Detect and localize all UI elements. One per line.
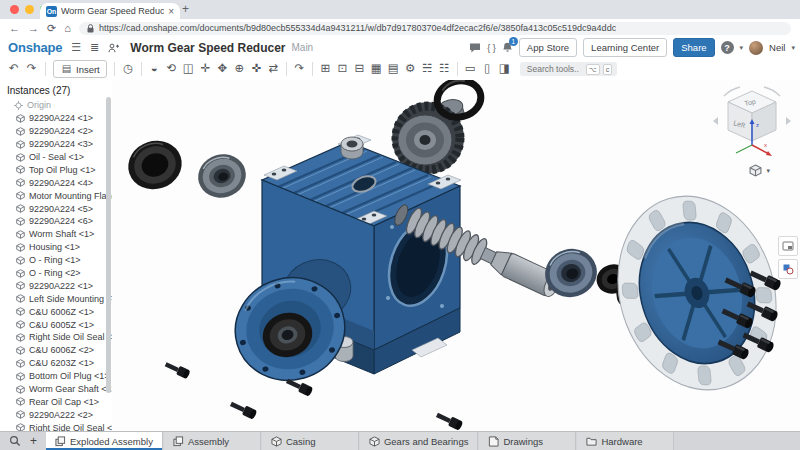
instance-row[interactable]: Oil - Seal <1>: [0, 151, 112, 164]
instance-row[interactable]: 92290A222 <1>: [0, 279, 112, 292]
interference-icon[interactable]: ⚙: [404, 63, 417, 75]
insert-button[interactable]: ▤ Insert: [53, 60, 107, 78]
help-icon[interactable]: ?: [721, 41, 734, 54]
forward-icon[interactable]: →: [28, 23, 39, 34]
tab-manager-icon[interactable]: [9, 435, 21, 447]
display-states-icon[interactable]: ⊟: [353, 63, 366, 75]
document-title[interactable]: Worm Gear Speed Reducer: [130, 41, 285, 55]
help-caret-icon[interactable]: ▾: [740, 44, 744, 52]
feature-script-icon[interactable]: { }: [487, 43, 496, 53]
new-tab-button[interactable]: +: [182, 2, 189, 16]
close-window-button[interactable]: [10, 5, 19, 14]
instance-row[interactable]: 92290A224 <2>: [0, 125, 112, 138]
planar-mate-icon[interactable]: ✛: [199, 63, 212, 75]
fastened-mate-icon[interactable]: ◒: [148, 63, 161, 75]
part-oil-seal-left[interactable]: [122, 134, 188, 196]
instances-scrollbar[interactable]: [106, 97, 111, 393]
ball-mate-icon[interactable]: ✜: [250, 63, 263, 75]
tab-hardware[interactable]: Hardware: [577, 432, 674, 450]
instance-row[interactable]: 92290A224 <4>: [0, 176, 112, 189]
instance-row[interactable]: 92290A224 <3>: [0, 138, 112, 151]
tab-gears-and-bearings[interactable]: Gears and Bearings: [360, 432, 479, 450]
tab-exploded-assembly[interactable]: Exploded Assembly: [46, 432, 163, 450]
named-positions-icon[interactable]: ⊡: [336, 63, 349, 75]
view-options-button[interactable]: ▾: [749, 164, 770, 177]
cylindrical-mate-icon[interactable]: ✥: [216, 63, 229, 75]
instance-row[interactable]: 92290A224 <6>: [0, 215, 112, 228]
part-bearing-left[interactable]: [193, 149, 251, 204]
exploded-assembly-view[interactable]: [112, 80, 800, 432]
main-menu-icon[interactable]: ☰: [71, 42, 81, 53]
export-icon[interactable]: ▯: [481, 63, 494, 75]
minimize-window-button[interactable]: [25, 5, 34, 14]
comment-icon[interactable]: [469, 42, 481, 53]
learning-center-button[interactable]: Learning Center: [583, 38, 667, 57]
instance-row[interactable]: Top Oil Plug <1>: [0, 163, 112, 176]
mate-connector-icon[interactable]: ◷: [122, 63, 135, 75]
user-caret-icon[interactable]: ▾: [791, 44, 795, 52]
parallel-mate-icon[interactable]: ⇄: [267, 63, 280, 75]
instance-row[interactable]: O - Ring <1>: [0, 254, 112, 267]
workspace-name[interactable]: Main: [292, 42, 314, 53]
back-icon[interactable]: ←: [9, 23, 20, 34]
spring-icon[interactable]: ☵: [421, 63, 434, 75]
instance-row[interactable]: C&U 6005Z <1>: [0, 318, 112, 331]
graphics-area[interactable]: Top Left z x ▾: [112, 80, 800, 432]
appearance-icon[interactable]: ▤: [387, 63, 400, 75]
instance-row[interactable]: 92290A222 <2>: [0, 408, 112, 421]
share-button[interactable]: Share: [673, 38, 714, 57]
undo-icon[interactable]: ↶: [7, 63, 20, 75]
search-tools[interactable]: ⌥ c: [520, 62, 618, 76]
tab-close-icon[interactable]: ×: [168, 6, 174, 17]
instance-row[interactable]: Bottom Oil Plug <1>: [0, 370, 112, 383]
part-top-oil-plug[interactable]: [341, 137, 363, 159]
slider-mate-icon[interactable]: ◫: [182, 63, 195, 75]
instance-row[interactable]: C&U 6006Z <1>: [0, 305, 112, 318]
instance-row[interactable]: Motor Mounting Flang...: [0, 189, 112, 202]
follow-mode-icon[interactable]: [108, 43, 119, 53]
snap-mode-icon[interactable]: ↷: [293, 63, 306, 75]
compare-icon[interactable]: ◨: [498, 63, 511, 75]
part-instance-icon: [16, 397, 25, 406]
instance-row[interactable]: Housing <1>: [0, 241, 112, 254]
address-bar[interactable]: https://cad.onshape.com/documents/b9d80e…: [79, 22, 791, 35]
instance-row[interactable]: Worm Shaft <1>: [0, 228, 112, 241]
instance-row[interactable]: C&U 6006Z <2>: [0, 344, 112, 357]
tab-drawings[interactable]: Drawings: [479, 432, 576, 450]
instance-label: Top Oil Plug <1>: [29, 165, 96, 175]
instance-label: 92290A222 <1>: [29, 281, 93, 291]
instance-row[interactable]: Worm Gear Shaft <1>: [0, 383, 112, 396]
instance-row[interactable]: Rear Oil Cap <1>: [0, 395, 112, 408]
pin-slot-mate-icon[interactable]: ⊕: [233, 63, 246, 75]
notifications-bell-icon[interactable]: 1: [502, 42, 513, 53]
drawing-tool-icon[interactable]: ▭: [464, 63, 477, 75]
configuration-panel-icon[interactable]: [778, 259, 798, 279]
instance-row[interactable]: Left Side Mounting Fla...: [0, 292, 112, 305]
redo-icon[interactable]: ↷: [25, 63, 38, 75]
bom-table-icon[interactable]: ▦: [370, 63, 383, 75]
panel-toggle-icon[interactable]: [778, 236, 798, 256]
structure-icon[interactable]: ☷: [438, 63, 451, 75]
revolute-mate-icon[interactable]: ⟲: [165, 63, 178, 75]
versions-history-icon[interactable]: ≣: [90, 42, 99, 53]
rotate-right-arrow[interactable]: [786, 117, 791, 125]
app-store-button[interactable]: App Store: [519, 38, 577, 57]
tab-casing[interactable]: Casing: [262, 432, 359, 450]
home-icon[interactable]: ⌂: [64, 23, 71, 34]
instance-row[interactable]: C&U 6203Z <1>: [0, 357, 112, 370]
add-tab-icon[interactable]: +: [30, 435, 37, 447]
rotate-left-arrow[interactable]: [713, 117, 718, 125]
part-rear-oil-cap[interactable]: [595, 176, 800, 410]
refresh-icon[interactable]: ⟳: [47, 23, 56, 34]
onshape-logo[interactable]: Onshape: [8, 40, 62, 55]
search-tools-input[interactable]: [525, 63, 583, 75]
user-avatar[interactable]: [749, 41, 763, 55]
instance-row[interactable]: 92290A224 <5>: [0, 202, 112, 215]
instance-row[interactable]: Right Side Oil Seal <1>: [0, 331, 112, 344]
instance-row-origin[interactable]: Origin: [0, 99, 112, 112]
exploded-view-icon[interactable]: ⊞: [319, 63, 332, 75]
tab-assembly[interactable]: Assembly: [164, 432, 261, 450]
instance-row[interactable]: O - Ring <2>: [0, 267, 112, 280]
browser-tab[interactable]: On Worm Gear Speed Reducer | E ×: [40, 3, 180, 19]
instance-row[interactable]: 92290A224 <1>: [0, 112, 112, 125]
